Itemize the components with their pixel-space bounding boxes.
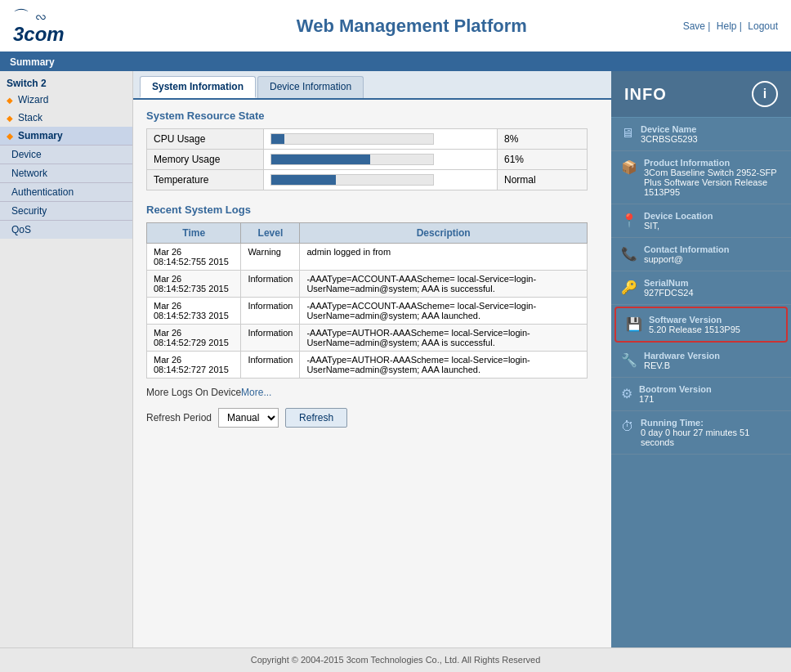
bootrom-version-content: Bootrom Version 171 xyxy=(639,384,712,404)
contact-info-value: support@ xyxy=(644,254,730,264)
running-time-content: Running Time: 0 day 0 hour 27 minutes 51… xyxy=(641,418,781,447)
temperature-bar-fill xyxy=(271,175,336,185)
serial-num-label: SerialNum xyxy=(644,278,694,288)
serial-num-icon: 🔑 xyxy=(621,280,637,295)
serial-num-content: SerialNum 927FDCS24 xyxy=(644,278,694,298)
cpu-label: CPU Usage xyxy=(147,129,264,150)
resource-row-memory: Memory Usage 61% xyxy=(147,150,588,170)
log-row: Mar 26 08:14:52:727 2015 Information -AA… xyxy=(147,352,588,379)
save-link[interactable]: Save xyxy=(683,20,705,32)
serial-num-value: 927FDCS24 xyxy=(644,288,694,298)
software-version-value: 5.20 Release 1513P95 xyxy=(649,325,740,334)
memory-bar-container xyxy=(270,154,434,165)
log-time: Mar 26 08:14:52:755 2015 xyxy=(147,244,241,271)
log-description: -AAAType=AUTHOR-AAAScheme= local-Service… xyxy=(300,352,588,379)
logs-title: Recent System Logs xyxy=(146,204,598,216)
cpu-bar-cell xyxy=(264,129,498,150)
info-title: INFO xyxy=(624,85,667,104)
log-time: Mar 26 08:14:52:729 2015 xyxy=(147,325,241,352)
diamond-icon: ◆ xyxy=(7,96,13,105)
memory-bar-fill xyxy=(271,155,370,164)
logs-col-level: Level xyxy=(241,223,300,244)
bootrom-version-icon: ⚙ xyxy=(621,386,632,401)
log-level: Information xyxy=(241,298,300,325)
running-time-icon: ⏱ xyxy=(621,419,634,434)
sidebar-item-label: Network xyxy=(11,168,47,179)
footer: Copyright © 2004-2015 3com Technologies … xyxy=(0,647,791,672)
info-item-running-time: ⏱ Running Time: 0 day 0 hour 27 minutes … xyxy=(611,411,791,455)
switch-label: Switch 2 xyxy=(0,74,132,91)
info-item-software-version: 💾 Software Version 5.20 Release 1513P95 xyxy=(614,307,788,343)
hardware-version-label: Hardware Version xyxy=(644,351,720,361)
log-row: Mar 26 08:14:52:729 2015 Information -AA… xyxy=(147,325,588,352)
sidebar-item-label: Wizard xyxy=(18,94,48,105)
log-row: Mar 26 08:14:52:735 2015 Information -AA… xyxy=(147,271,588,298)
info-item-contact-info: 📞 Contact Information support@ xyxy=(611,238,791,271)
hardware-version-value: REV.B xyxy=(644,361,720,370)
bootrom-version-value: 171 xyxy=(639,394,712,404)
product-info-icon: 📦 xyxy=(621,159,637,175)
log-level: Information xyxy=(241,271,300,298)
sidebar-item-device[interactable]: Device xyxy=(0,145,132,164)
sidebar-item-security[interactable]: Security xyxy=(0,201,132,220)
sidebar-item-wizard[interactable]: ◆ Wizard xyxy=(0,91,132,109)
log-row: Mar 26 08:14:52:733 2015 Information -AA… xyxy=(147,298,588,325)
info-icon: i xyxy=(752,81,778,107)
device-name-icon: 🖥 xyxy=(621,126,634,141)
tab-system-info[interactable]: System Information xyxy=(140,76,256,98)
logo-swirl-icon: ⌒ ∽ xyxy=(13,8,47,25)
refresh-period-select[interactable]: Manual 30s 60s xyxy=(218,408,279,428)
info-panel-header: INFO i xyxy=(611,71,791,118)
diamond-icon: ◆ xyxy=(7,114,13,123)
memory-bar-cell xyxy=(264,150,498,170)
info-item-serial-num: 🔑 SerialNum 927FDCS24 xyxy=(611,271,791,305)
more-logs: More Logs On DeviceMore... xyxy=(146,387,598,398)
logs-col-description: Description xyxy=(300,223,588,244)
sidebar-item-label: QoS xyxy=(11,224,31,235)
contact-info-label: Contact Information xyxy=(644,244,730,254)
memory-value: 61% xyxy=(498,150,588,170)
sidebar-item-authentication[interactable]: Authentication xyxy=(0,182,132,201)
content-area: System Information Device Information Sy… xyxy=(133,71,611,647)
log-level: Information xyxy=(241,325,300,352)
hardware-version-content: Hardware Version REV.B xyxy=(644,351,720,370)
more-logs-link[interactable]: More... xyxy=(241,387,271,398)
temperature-bar-container xyxy=(270,174,434,186)
device-name-label: Device Name xyxy=(641,124,698,134)
sidebar-item-stack[interactable]: ◆ Stack xyxy=(0,109,132,127)
summary-bar: Summary xyxy=(0,53,791,71)
temperature-label: Temperature xyxy=(147,170,264,190)
software-version-icon: 💾 xyxy=(626,316,642,332)
info-item-bootrom-version: ⚙ Bootrom Version 171 xyxy=(611,378,791,411)
resource-row-temperature: Temperature Normal xyxy=(147,170,588,190)
sidebar-item-network[interactable]: Network xyxy=(0,164,132,182)
info-item-hardware-version: 🔧 Hardware Version REV.B xyxy=(611,344,791,378)
info-item-device-location: 📍 Device Location SIT, xyxy=(611,204,791,238)
refresh-period-label: Refresh Period xyxy=(146,412,212,423)
cpu-bar-container xyxy=(270,133,434,145)
resource-row-cpu: CPU Usage 8% xyxy=(147,129,588,150)
tab-device-info[interactable]: Device Information xyxy=(257,76,364,98)
help-link[interactable]: Help xyxy=(717,20,737,32)
logout-link[interactable]: Logout xyxy=(748,20,778,32)
product-info-label: Product Information xyxy=(644,158,781,168)
info-item-device-name: 🖥 Device Name 3CRBSG5293 xyxy=(611,118,791,151)
sidebar-item-label: Stack xyxy=(18,112,42,123)
log-row: Mar 26 08:14:52:755 2015 Warning admin l… xyxy=(147,244,588,271)
sidebar-item-summary[interactable]: ◆ Summary xyxy=(0,127,132,145)
refresh-row: Refresh Period Manual 30s 60s Refresh xyxy=(146,408,598,428)
running-time-value: 0 day 0 hour 27 minutes 51 seconds xyxy=(641,428,781,447)
log-time: Mar 26 08:14:52:733 2015 xyxy=(147,298,241,325)
log-description: -AAAType=ACCOUNT-AAAScheme= local-Servic… xyxy=(300,271,588,298)
diamond-icon: ◆ xyxy=(7,132,13,141)
sidebar-item-label: Security xyxy=(11,205,47,217)
sidebar-item-label: Summary xyxy=(18,130,63,141)
main-content: System Resource State CPU Usage 8% Memor… xyxy=(133,100,611,437)
sidebar-item-qos[interactable]: QoS xyxy=(0,220,132,239)
logo-area: ⌒ ∽ 3com xyxy=(13,8,144,44)
footer-text: Copyright © 2004-2015 3com Technologies … xyxy=(251,655,541,665)
device-location-label: Device Location xyxy=(644,211,713,221)
cpu-value: 8% xyxy=(498,129,588,150)
refresh-button[interactable]: Refresh xyxy=(285,408,347,428)
product-info-value: 3Com Baseline Switch 2952-SFP Plus Softw… xyxy=(644,168,781,197)
